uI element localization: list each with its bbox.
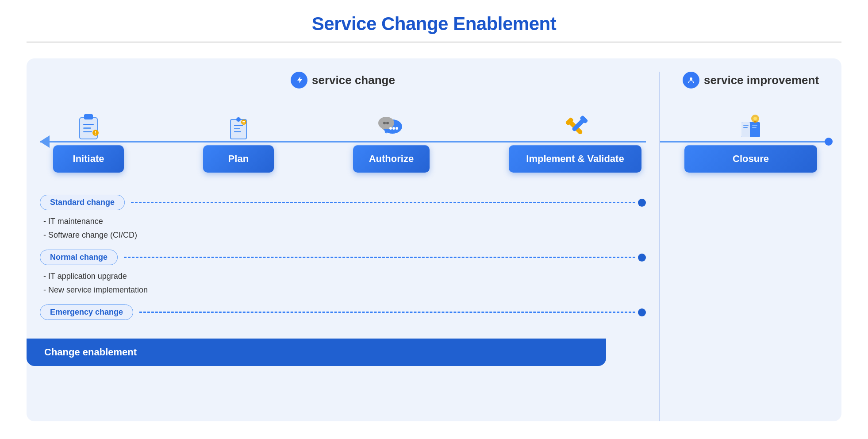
svg-rect-4 — [83, 127, 91, 129]
service-improvement-icon — [683, 72, 699, 89]
svg-point-23 — [392, 127, 395, 130]
svg-rect-35 — [743, 127, 748, 128]
normal-label-row: Normal change — [40, 250, 646, 265]
svg-point-9 — [236, 117, 241, 122]
standard-label-row: Standard change — [40, 195, 646, 210]
standard-change-tag: Standard change — [40, 195, 125, 210]
closure-icon-area — [736, 111, 765, 142]
service-change-icon — [291, 72, 307, 89]
service-improvement-header: service improvement — [673, 72, 828, 89]
svg-point-13 — [241, 119, 246, 125]
svg-rect-2 — [84, 114, 93, 119]
process-flow: ! Initiate — [40, 111, 646, 173]
title-divider — [27, 42, 841, 42]
svg-point-21 — [386, 122, 389, 124]
standard-detail-1: - IT maintenance — [43, 215, 646, 228]
step-initiate: ! Initiate — [53, 111, 124, 173]
change-rows: Standard change - IT maintenance - Softw… — [40, 195, 646, 330]
plan-button[interactable]: Plan — [203, 145, 274, 173]
svg-rect-5 — [83, 131, 92, 132]
svg-rect-12 — [234, 131, 241, 132]
si-process-flow: Closure — [673, 111, 828, 173]
change-row-normal: Normal change - IT application upgrade -… — [40, 250, 646, 297]
svg-rect-3 — [83, 124, 94, 125]
normal-dashed-container — [124, 254, 646, 262]
step-implement: Implement & Validate — [509, 111, 641, 173]
service-change-label: service change — [312, 73, 395, 87]
svg-rect-11 — [234, 128, 240, 129]
implement-icon-area — [561, 111, 590, 142]
emergency-change-tag: Emergency change — [40, 304, 133, 320]
emergency-label-row: Emergency change — [40, 304, 646, 320]
normal-dashed-dot — [638, 254, 646, 262]
emergency-dashed-line — [139, 312, 635, 313]
si-dot-end — [825, 138, 833, 146]
svg-rect-36 — [752, 125, 757, 126]
closure-button[interactable]: Closure — [684, 145, 817, 173]
normal-details: - IT application upgrade - New service i… — [43, 270, 646, 297]
normal-change-tag: Normal change — [40, 250, 118, 265]
standard-dashed-container — [131, 199, 646, 207]
step-closure: Closure — [684, 111, 817, 173]
steps-row: ! Initiate — [49, 111, 646, 173]
svg-rect-14 — [242, 121, 245, 122]
svg-point-24 — [396, 127, 398, 130]
section-service-change: service change — [40, 72, 660, 421]
authorize-icon-area — [376, 111, 407, 142]
change-row-standard: Standard change - IT maintenance - Softw… — [40, 195, 646, 242]
authorize-button[interactable]: Authorize — [353, 145, 430, 173]
standard-detail-2: - Software change (CI/CD) — [43, 228, 646, 242]
page-title: Service Change Enablement — [312, 13, 556, 35]
normal-dashed-line — [124, 257, 635, 258]
emergency-dashed-dot — [638, 308, 646, 316]
svg-point-22 — [389, 127, 392, 130]
svg-rect-15 — [242, 123, 245, 123]
step-authorize: Authorize — [353, 111, 430, 173]
svg-point-30 — [690, 77, 692, 80]
initiate-button[interactable]: Initiate — [53, 145, 124, 173]
step-plan: Plan — [203, 111, 274, 173]
initiate-icon-area: ! — [76, 111, 101, 142]
bottom-bar: Change enablement — [27, 339, 606, 366]
svg-rect-37 — [752, 127, 757, 128]
standard-dashed-dot — [638, 199, 646, 207]
emergency-dashed-container — [139, 308, 646, 316]
normal-detail-2: - New service implementation — [43, 283, 646, 297]
svg-rect-39 — [754, 121, 757, 123]
svg-text:!: ! — [95, 131, 96, 135]
service-improvement-label: service improvement — [704, 73, 819, 87]
normal-detail-1: - IT application upgrade — [43, 270, 646, 283]
plan-icon-area — [226, 111, 251, 142]
service-change-header: service change — [40, 72, 646, 89]
standard-details: - IT maintenance - Software change (CI/C… — [43, 215, 646, 242]
standard-dashed-line — [131, 202, 635, 203]
svg-rect-32 — [741, 122, 750, 137]
svg-rect-33 — [750, 122, 751, 137]
main-container: service change — [27, 58, 841, 421]
bottom-bar-text: Change enablement — [44, 347, 137, 358]
change-row-emergency: Emergency change — [40, 304, 646, 322]
svg-rect-10 — [234, 125, 243, 126]
flow-arrow-start — [40, 135, 50, 148]
implement-button[interactable]: Implement & Validate — [509, 145, 641, 173]
svg-point-20 — [383, 122, 386, 124]
section-service-improvement: service improvement — [660, 72, 828, 421]
svg-rect-34 — [743, 125, 749, 126]
